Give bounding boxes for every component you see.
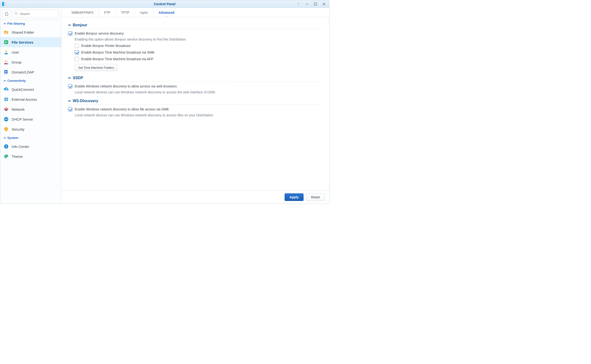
sidebar-item-theme[interactable]: Theme [0, 151, 61, 161]
svg-rect-3 [4, 5, 6, 6]
sidebar-item-label: Network [12, 107, 25, 111]
chevron-up-icon [68, 99, 71, 102]
close-button[interactable] [320, 0, 328, 8]
svg-point-27 [6, 155, 7, 156]
row-wsd-enable: Enable Windows network discovery to allo… [68, 107, 323, 111]
minimize-button[interactable] [303, 0, 311, 8]
tab-rsync[interactable]: rsync [135, 8, 153, 17]
label-bonjour-printer: Enable Bonjour Printer Broadcast [81, 44, 130, 48]
checkbox-bonjour-tm-afp[interactable] [75, 57, 79, 61]
dhcp-icon [4, 117, 9, 122]
tab-tftp[interactable]: TFTP [116, 8, 135, 17]
network-icon [4, 107, 9, 112]
group-heading-ssdp[interactable]: SSDP [68, 74, 323, 82]
palette-icon [4, 154, 9, 159]
search-wrapper [13, 10, 59, 18]
help-button[interactable] [294, 0, 303, 8]
apply-button[interactable]: Apply [285, 193, 304, 201]
chevron-up-icon [4, 23, 6, 25]
sidebar-item-file-services[interactable]: File Services [0, 37, 61, 47]
sidebar-item-label: Shared Folder [12, 30, 34, 34]
sidebar-item-dhcp-server[interactable]: DHCP Server [0, 114, 61, 124]
sidebar-item-label: User [12, 50, 19, 54]
checkbox-bonjour-tm-smb[interactable] [75, 50, 79, 54]
label-bonjour-tm-smb: Enable Bonjour Time Machine broadcast vi… [81, 51, 154, 54]
svg-point-7 [15, 12, 17, 14]
info-icon [4, 144, 9, 149]
sidebar-item-security[interactable]: Security [0, 124, 61, 134]
svg-rect-11 [4, 40, 8, 44]
svg-rect-6 [314, 3, 317, 5]
app-icon [2, 1, 7, 7]
svg-point-25 [6, 145, 7, 146]
sidebar-item-external-access[interactable]: External Access [0, 94, 61, 104]
sidebar-item-label: Group [12, 60, 22, 64]
sidebar-item-label: Security [12, 127, 24, 131]
svg-point-10 [6, 33, 7, 34]
content-area[interactable]: Bonjour Enable Bonjour service discovery… [61, 17, 329, 190]
checkbox-bonjour-printer[interactable] [75, 44, 79, 48]
window-body: File Sharing Shared Folder File Services… [0, 8, 329, 204]
svg-point-9 [6, 32, 7, 32]
sidebar-item-quickconnect[interactable]: QuickConnect [0, 84, 61, 94]
sidebar-item-info-center[interactable]: Info Center [0, 142, 61, 151]
chevron-up-icon [68, 24, 71, 26]
tab-label: rsync [140, 11, 148, 14]
sidebar-section-file-sharing[interactable]: File Sharing [0, 20, 61, 27]
sidebar-scroll[interactable]: File Sharing Shared Folder File Services… [0, 20, 61, 204]
svg-rect-1 [4, 2, 6, 3]
svg-point-22 [7, 119, 8, 120]
set-time-machine-folders-button[interactable]: Set Time Machine Folders [75, 64, 117, 71]
control-panel-window: Control Panel [0, 0, 329, 204]
domain-ldap-icon [4, 69, 9, 75]
sidebar-section-connectivity[interactable]: Connectivity [0, 77, 61, 84]
sidebar-section-label: File Sharing [7, 22, 25, 25]
sidebar-item-user[interactable]: User [0, 47, 61, 57]
search-input[interactable] [13, 10, 59, 18]
checkbox-bonjour-enable[interactable] [68, 31, 72, 36]
row-bonjour-tm-afp: Enable Bonjour Time Machine broadcast vi… [75, 57, 323, 61]
group-icon [4, 59, 9, 65]
svg-rect-2 [4, 3, 6, 5]
sidebar-item-domain-ldap[interactable]: Domain/LDAP [0, 67, 61, 77]
tab-advanced[interactable]: Advanced [153, 8, 180, 17]
folder-share-icon [4, 30, 9, 35]
checkbox-ssdp-enable[interactable] [68, 84, 72, 88]
sidebar-item-label: External Access [12, 98, 37, 101]
maximize-button[interactable] [311, 0, 320, 8]
reset-button[interactable]: Reset [306, 193, 325, 201]
tab-label: SMB/AFP/NFS [71, 11, 93, 14]
sidebar-section-label: Connectivity [7, 79, 26, 83]
tab-ftp[interactable]: FTP [99, 8, 116, 17]
quickconnect-icon [4, 87, 9, 92]
tab-label: TFTP [121, 11, 129, 14]
group-heading-wsd[interactable]: WS-Discovery [68, 98, 323, 105]
sidebar-section-system[interactable]: System [0, 134, 61, 142]
group-heading-bonjour[interactable]: Bonjour [68, 22, 323, 29]
user-icon [4, 50, 9, 55]
chevron-up-icon [4, 137, 6, 139]
sidebar-item-shared-folder[interactable]: Shared Folder [0, 27, 61, 37]
svg-point-4 [298, 5, 298, 5]
svg-rect-24 [6, 146, 6, 148]
sidebar-top [0, 8, 61, 20]
row-bonjour-enable: Enable Bonjour service discovery [68, 31, 323, 36]
main-panel: SMB/AFP/NFS FTP TFTP rsync Advanced Bonj… [61, 8, 329, 204]
checkbox-wsd-enable[interactable] [68, 107, 72, 111]
sidebar-item-network[interactable]: Network [0, 104, 61, 114]
sidebar: File Sharing Shared Folder File Services… [0, 8, 61, 204]
group-bonjour: Bonjour Enable Bonjour service discovery… [68, 22, 323, 71]
group-title: SSDP [73, 76, 83, 80]
sidebar-item-label: File Services [12, 40, 33, 44]
home-button[interactable] [3, 10, 11, 18]
search-icon [14, 12, 18, 16]
label-wsd-enable: Enable Windows network discovery to allo… [75, 107, 169, 111]
svg-point-12 [5, 51, 7, 52]
desc-wsd-enable: Local network devices can use Windows ne… [75, 113, 323, 117]
sidebar-item-group[interactable]: Group [0, 57, 61, 67]
label-ssdp-enable: Enable Windows network discovery to allo… [75, 84, 177, 88]
tab-smb-afp-nfs[interactable]: SMB/AFP/NFS [66, 8, 99, 17]
row-tm-folders-btn: Set Time Machine Folders [75, 64, 323, 71]
sidebar-item-label: DHCP Server [12, 117, 33, 121]
tab-bar: SMB/AFP/NFS FTP TFTP rsync Advanced [61, 8, 329, 17]
